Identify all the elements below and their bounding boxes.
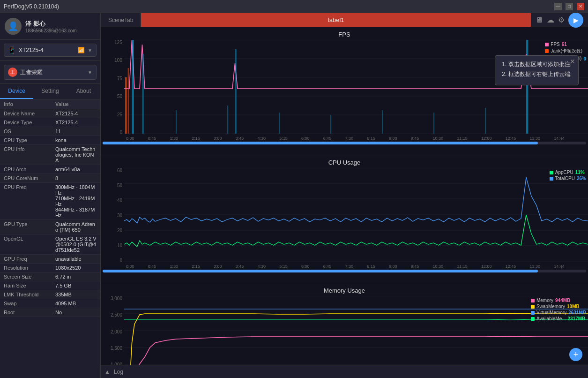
swapmem-color-dot — [531, 305, 535, 309]
svg-rect-9 — [132, 40, 134, 134]
svg-rect-8 — [128, 68, 129, 134]
svg-rect-17 — [382, 110, 383, 134]
charts-area: FPS ✕ 1. 双击数据区域可添加批注; 2. 框选数据可右键上传云端; 12… — [101, 27, 588, 365]
tab-setting[interactable]: Setting — [33, 84, 67, 99]
info-value: arm64-v8a — [55, 166, 97, 172]
fps-scrollbar[interactable] — [101, 141, 588, 145]
memory-y-axis: 3,000 2,500 2,000 1,500 1,000 500 0 — [101, 296, 124, 365]
maximize-button[interactable]: □ — [566, 3, 573, 10]
fps-x-axis: 0:000:451:302:153:003:454:305:156:006:45… — [101, 135, 588, 141]
main-layout: 👤 泽 影心 18865662396@163.com 📱 XT2125-4 📶 … — [0, 13, 588, 378]
fps-scrollbar-thumb[interactable] — [103, 142, 538, 144]
svg-rect-13 — [176, 110, 177, 134]
jank-color-dot — [545, 49, 549, 53]
fps-svg — [124, 40, 588, 134]
info-value: 6.72 in — [55, 274, 97, 280]
tooltip-close-button[interactable]: ✕ — [570, 58, 575, 65]
cpu-legend-app: AppCPU 11% — [550, 170, 586, 175]
svg-rect-11 — [235, 49, 237, 134]
svg-rect-19 — [485, 108, 486, 134]
scene-tab-active[interactable]: label1 — [141, 13, 531, 27]
info-table: Info Value Device NameXT2125-4Device Typ… — [0, 99, 100, 378]
svg-rect-10 — [142, 54, 144, 134]
cpu-scrollbar[interactable] — [101, 269, 588, 273]
fps-color-dot — [545, 43, 549, 46]
add-button[interactable]: + — [569, 348, 582, 361]
cpu-svg-area: AppCPU 11% TotalCPU 26% — [124, 168, 588, 263]
info-value: 8 — [55, 175, 97, 181]
play-button[interactable]: ▶ — [568, 13, 583, 28]
tab-about[interactable]: About — [67, 84, 100, 99]
monitor-icon[interactable]: 🖥 — [536, 16, 543, 24]
svg-rect-16 — [330, 115, 331, 134]
tooltip-line2: 2. 框选数据可右键上传云端; — [502, 70, 572, 78]
cpu-x-axis: 0:000:451:302:153:003:454:305:156:006:45… — [101, 263, 588, 269]
memory-title: Memory Usage — [101, 287, 588, 294]
cpu-legend: AppCPU 11% TotalCPU 26% — [550, 170, 586, 181]
cloud-icon[interactable]: ☁ — [547, 15, 554, 24]
cpu-chart-wrap: 60 50 40 30 20 10 0 — [101, 168, 588, 263]
info-row: OpenGLOpenGL ES 3.2 V@0502.0 (GIT@4d751f… — [0, 234, 100, 255]
fps-y-axis: 125 100 75 50 25 0 — [101, 40, 124, 135]
fps-legend-fps: FPS 61 — [545, 42, 586, 47]
col-value: Value — [55, 101, 69, 107]
info-key: GPU Freq — [4, 256, 55, 262]
fps-chart-wrap: 125 100 75 50 25 0 — [101, 40, 588, 135]
svg-rect-14 — [227, 106, 228, 134]
info-value: Qualcomm Technologies, Inc KONA — [55, 146, 97, 163]
info-row: Resolution1080x2520 — [0, 264, 100, 272]
device-icon: 📱 — [8, 46, 16, 54]
fps-chart: FPS ✕ 1. 双击数据区域可添加批注; 2. 框选数据可右键上传云端; 12… — [101, 27, 588, 155]
expand-button[interactable]: ▲ — [104, 369, 110, 375]
info-key: CPU Arch — [4, 166, 55, 172]
info-row: Device NameXT2125-4 — [0, 109, 100, 118]
app-title: PerfDog(v5.0.210104) — [4, 3, 59, 10]
info-value: 300MHz - 1804MHz 710MHz - 2419MHz 844MHz… — [55, 184, 97, 218]
info-value: 335MB — [55, 292, 97, 297]
wifi-icon: 📶 — [78, 47, 85, 53]
virtualmem-color-dot — [531, 311, 535, 315]
minimize-button[interactable]: — — [554, 3, 562, 10]
svg-rect-0 — [124, 40, 588, 134]
info-key: OpenGL — [4, 236, 55, 242]
info-value: XT2125-4 — [55, 111, 97, 116]
info-row: Device TypeXT2125-4 — [0, 118, 100, 127]
svg-rect-15 — [279, 113, 280, 134]
info-key: Swap — [4, 301, 55, 306]
info-row: Screen Size6.72 in — [0, 272, 100, 281]
app-select-row[interactable]: 王 王者荣耀 ▼ — [4, 65, 97, 80]
info-key: Root — [4, 310, 55, 315]
cpu-y-axis: 60 50 40 30 20 10 0 — [101, 168, 124, 263]
close-button[interactable]: ✕ — [577, 3, 584, 10]
settings-icon[interactable]: ⚙ — [558, 15, 565, 24]
fps-svg-area: FPS 61 Jank(卡顿次数) Stutter(卡顿率) 0 — [124, 40, 588, 135]
info-row: CPU Typekona — [0, 136, 100, 145]
info-row: LMK Threshold335MB — [0, 290, 100, 299]
info-row: Swap4095 MB — [0, 299, 100, 308]
info-row: GPU TypeQualcomm Adreno (TM) 650 — [0, 220, 100, 234]
device-select-row[interactable]: 📱 XT2125-4 📶 ▼ — [4, 44, 97, 57]
info-value: 7.5 GB — [55, 283, 97, 288]
device-selector: 📱 XT2125-4 📶 ▼ — [0, 40, 100, 61]
cpu-scrollbar-track — [103, 270, 586, 272]
info-row: Ram Size7.5 GB — [0, 281, 100, 290]
memory-svg-area: Memory 944MB SwapMemory 10MB VirtualMemo… — [124, 296, 588, 365]
info-value: 1080x2520 — [55, 265, 97, 271]
memory-svg — [124, 296, 588, 365]
cpu-scrollbar-thumb[interactable] — [103, 270, 538, 272]
info-table-header: Info Value — [0, 99, 100, 109]
info-row: CPU Archarm64-v8a — [0, 165, 100, 174]
memory-legend-mem: Memory 944MB — [531, 298, 586, 303]
tab-device[interactable]: Device — [0, 84, 33, 99]
device-name: XT2125-4 — [19, 47, 73, 53]
user-email: 18865662396@163.com — [25, 28, 77, 33]
user-area: 👤 泽 影心 18865662396@163.com — [0, 13, 100, 40]
cpu-legend-total: TotalCPU 26% — [550, 176, 586, 181]
user-info: 泽 影心 18865662396@163.com — [25, 20, 77, 33]
scene-tab-label: SceneTab — [101, 13, 141, 27]
tooltip-line1: 1. 双击数据区域可添加批注; — [502, 60, 572, 68]
svg-rect-18 — [433, 113, 434, 134]
log-label: Log — [114, 369, 123, 375]
info-row: RootNo — [0, 308, 100, 317]
info-key: OS — [4, 129, 55, 134]
